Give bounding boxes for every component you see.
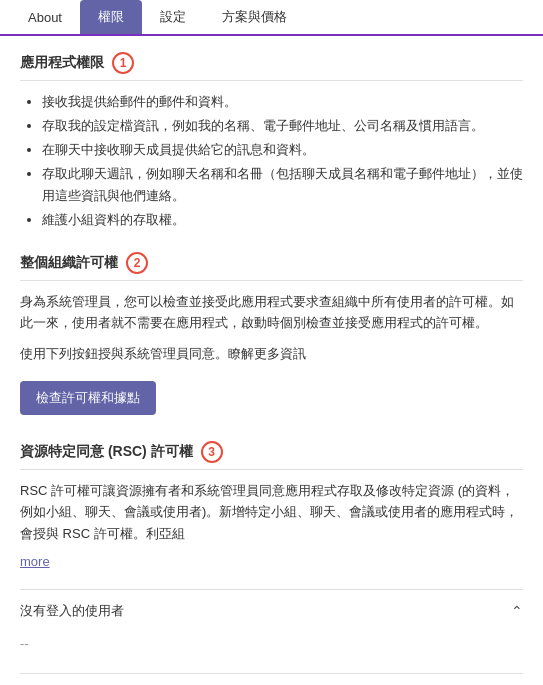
more-link[interactable]: more [20,554,50,569]
section-not-signed-in: 沒有登入的使用者 ⌃ -- [20,589,523,663]
tab-bar: About 權限 設定 方案與價格 [0,0,543,36]
section-rsc-permissions-header: 資源特定同意 (RSC) 許可權 3 [20,441,523,470]
collapsible-signed-in-header[interactable]: 代表登入的使用者 ⌃ [20,674,523,685]
section-org-permissions-header: 整個組織許可權 2 [20,252,523,281]
section-signed-in-as: 代表登入的使用者 ⌃ 在具此聊天相關聯的會議中顯示會議隱藏的六音。 [20,673,523,685]
section-app-permissions-header: 應用程式權限 1 [20,52,523,81]
app-permissions-list: 接收我提供給郵件的郵件和資料。 存取我的設定檔資訊，例如我的名稱、電子郵件地址、… [20,91,523,232]
section-app-permissions: 應用程式權限 1 接收我提供給郵件的郵件和資料。 存取我的設定檔資訊，例如我的名… [20,52,523,232]
list-item: 存取我的設定檔資訊，例如我的名稱、電子郵件地址、公司名稱及慣用語言。 [42,115,523,137]
tab-permissions[interactable]: 權限 [80,0,142,34]
list-item: 接收我提供給郵件的郵件和資料。 [42,91,523,113]
section-org-permissions-title: 整個組織許可權 [20,254,118,272]
section-rsc-permissions: 資源特定同意 (RSC) 許可權 3 RSC 許可權可讓資源擁有者和系統管理員同… [20,441,523,569]
badge-3: 3 [201,441,223,463]
not-signed-in-title: 沒有登入的使用者 [20,602,124,620]
section-app-permissions-title: 應用程式權限 [20,54,104,72]
not-signed-in-dash: -- [20,632,29,655]
list-item: 在聊天中接收聊天成員提供給它的訊息和資料。 [42,139,523,161]
not-signed-in-body: -- [20,632,523,663]
tab-about[interactable]: About [10,0,80,34]
section-rsc-permissions-title: 資源特定同意 (RSC) 許可權 [20,443,193,461]
list-item: 維護小組資料的存取權。 [42,209,523,231]
collapsible-not-signed-in-header[interactable]: 沒有登入的使用者 ⌃ [20,590,523,632]
tab-settings[interactable]: 設定 [142,0,204,34]
rsc-permissions-text: RSC 許可權可讓資源擁有者和系統管理員同意應用程式存取及修改特定資源 (的資料… [20,480,523,544]
org-permissions-text1: 身為系統管理員，您可以檢查並接受此應用程式要求查組織中所有使用者的許可權。如此一… [20,291,523,334]
check-permissions-button[interactable]: 檢查許可權和據點 [20,381,156,415]
chevron-up-icon: ⌃ [511,603,523,619]
tab-plans[interactable]: 方案與價格 [204,0,305,34]
org-permissions-text2: 使用下列按鈕授與系統管理員同意。瞭解更多資訊 [20,343,523,364]
main-content: 應用程式權限 1 接收我提供給郵件的郵件和資料。 存取我的設定檔資訊，例如我的名… [0,36,543,685]
section-org-permissions: 整個組織許可權 2 身為系統管理員，您可以檢查並接受此應用程式要求查組織中所有使… [20,252,523,421]
list-item: 存取此聊天週訊，例如聊天名稱和名冊（包括聊天成員名稱和電子郵件地址），並使用這些… [42,163,523,207]
badge-1: 1 [112,52,134,74]
badge-2: 2 [126,252,148,274]
